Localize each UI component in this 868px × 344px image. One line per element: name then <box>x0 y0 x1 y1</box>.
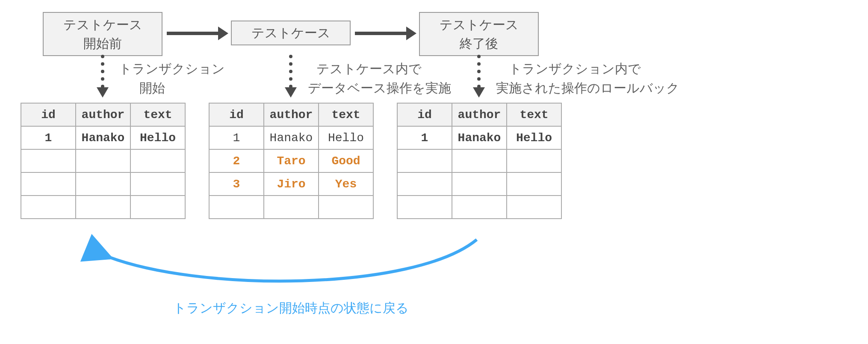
stage-before-box: テストケース 開始前 <box>43 12 162 56</box>
table-row: 1 Hanako Hello <box>209 126 373 149</box>
table-row <box>21 149 185 172</box>
table-row <box>397 172 561 196</box>
stage-after-line1: テストケース <box>420 15 538 34</box>
table-row: 1 Hanako Hello <box>21 126 185 149</box>
th-id: id <box>397 103 452 126</box>
annotation-tx-begin: トランザクション 開始 <box>119 59 225 98</box>
stage-after-box: テストケース 終了後 <box>419 12 539 56</box>
diagram-canvas: テストケース 開始前 テストケース テストケース 終了後 トランザクション 開始… <box>9 9 859 335</box>
table-row: 3 Jiro Yes <box>209 172 373 196</box>
stage-after-line2: 終了後 <box>420 34 538 53</box>
table-row: 2 Taro Good <box>209 149 373 172</box>
table-row <box>21 172 185 196</box>
dashed-arrow-before <box>101 55 104 88</box>
th-text: text <box>319 103 373 126</box>
annotation-db-ops-line1: テストケース内で <box>308 59 451 78</box>
table-row <box>397 149 561 172</box>
th-text: text <box>130 103 185 126</box>
dashed-arrow-during <box>289 55 292 88</box>
stage-during-line1: テストケース <box>232 24 350 42</box>
annotation-tx-begin-line2: 開始 <box>119 78 225 98</box>
arrow-during-to-after <box>355 32 407 35</box>
th-author: author <box>76 103 130 126</box>
th-author: author <box>452 103 507 126</box>
arrow-before-to-during <box>167 32 219 35</box>
annotation-rollback-op-line2: 実施された操作のロールバック <box>496 78 679 98</box>
dashed-arrow-after <box>477 55 481 88</box>
annotation-db-ops-line2: データベース操作を実施 <box>308 78 451 98</box>
table-before: id author text 1 Hanako Hello <box>21 103 186 219</box>
stage-before-line1: テストケース <box>44 15 162 34</box>
annotation-rollback-op-line1: トランザクション内で <box>496 59 679 78</box>
table-during: id author text 1 Hanako Hello 2 Taro Goo… <box>209 103 374 219</box>
annotation-rollback-op: トランザクション内で 実施された操作のロールバック <box>496 59 679 98</box>
table-row <box>209 196 373 219</box>
th-id: id <box>21 103 76 126</box>
th-text: text <box>507 103 561 126</box>
rollback-caption: トランザクション開始時点の状態に戻る <box>158 300 423 317</box>
annotation-db-ops: テストケース内で データベース操作を実施 <box>308 59 451 98</box>
table-row <box>397 196 561 219</box>
table-after: id author text 1 Hanako Hello <box>397 103 562 219</box>
rollback-arrow-icon <box>86 235 487 295</box>
table-row <box>21 196 185 219</box>
th-author: author <box>264 103 319 126</box>
stage-during-box: テストケース <box>231 21 351 45</box>
annotation-tx-begin-line1: トランザクション <box>119 59 225 78</box>
stage-before-line2: 開始前 <box>44 34 162 53</box>
th-id: id <box>209 103 264 126</box>
table-row: 1 Hanako Hello <box>397 126 561 149</box>
